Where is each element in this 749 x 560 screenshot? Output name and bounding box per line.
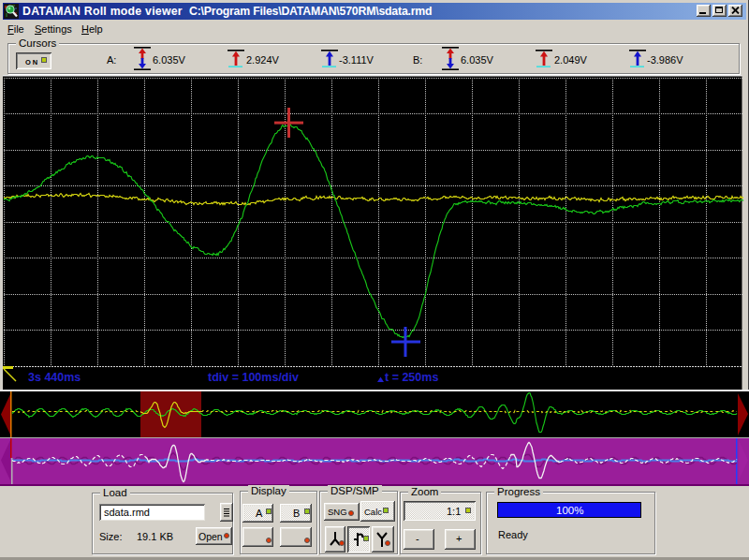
svg-text:t = 250ms: t = 250ms <box>385 371 438 384</box>
svg-text:3s 440ms: 3s 440ms <box>28 371 81 384</box>
svg-text:tdiv = 100ms/div: tdiv = 100ms/div <box>208 371 299 384</box>
